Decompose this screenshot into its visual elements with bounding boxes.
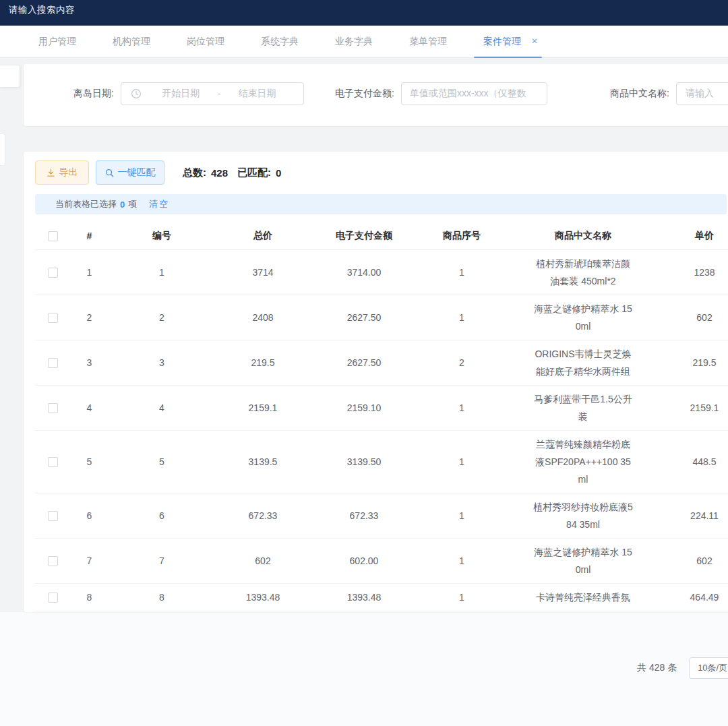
download-icon (47, 169, 55, 177)
row-total-price-cell: 2159.1 (216, 385, 310, 430)
tab-case-management[interactable]: 案件管理 ✕ (483, 36, 538, 48)
row-checkbox[interactable] (48, 556, 58, 566)
tab-business-dict[interactable]: 业务字典 (335, 36, 373, 48)
table-row: 3 3 219.5 2627.50 2 ORIGINS韦博士灵芝焕能好底子精华水… (35, 340, 728, 385)
table-header-row: # 编号 总价 电子支付金额 商品序号 商品中文名称 单价 (35, 222, 728, 249)
header-product-seq: 商品序号 (418, 222, 506, 249)
row-unit-price-cell: 464.49 (661, 583, 728, 611)
row-product-name-cell: 马爹利蓝带干邑1.5公升装 (506, 385, 661, 430)
row-checkbox[interactable] (48, 593, 58, 603)
filter-panel: 离岛日期: 开始日期 - 结束日期 电子支付金额: 单值或范围xxx-xxx（仅… (24, 64, 728, 126)
row-product-name-cell: 海蓝之谜修护精萃水 150ml (506, 538, 661, 583)
selection-prefix: 当前表格已选择 (55, 198, 117, 210)
clock-icon (131, 88, 142, 99)
row-total-price-cell: 3714 (216, 249, 310, 295)
row-product-seq-cell: 1 (418, 430, 506, 493)
row-code-cell: 6 (108, 493, 216, 538)
row-product-seq-cell: 2 (418, 340, 506, 385)
table-row: 6 6 672.33 672.33 1 植村秀羽纱持妆粉底液584 35ml 2… (35, 493, 728, 538)
pagination-bar: 共 428 条 10条/页 (637, 657, 728, 679)
header-total-price: 总价 (216, 222, 310, 249)
row-index-cell: 5 (71, 430, 108, 493)
row-total-price-cell: 3139.5 (216, 430, 310, 493)
header-index: # (71, 222, 108, 249)
tab-post-management[interactable]: 岗位管理 (187, 36, 224, 48)
filter-epay-amount: 电子支付金额: 单值或范围xxx-xxx（仅整数 (335, 82, 547, 105)
row-product-name-cell: 卡诗菁纯亮泽经典香氛 (506, 583, 661, 611)
row-checkbox[interactable] (48, 511, 58, 521)
row-select-cell (35, 538, 71, 583)
start-date-placeholder[interactable]: 开始日期 (144, 88, 218, 100)
tab-menu-management[interactable]: 菜单管理 (409, 36, 447, 48)
row-total-price-cell: 219.5 (216, 340, 310, 385)
row-index-cell: 2 (71, 295, 108, 340)
product-name-text: 植村秀新琥珀臻萃洁颜油套装 450ml*2 (532, 255, 634, 290)
selection-suffix: 项 (128, 198, 137, 210)
header-select-all (35, 222, 71, 249)
tab-case-management-label: 案件管理 (483, 36, 521, 47)
row-checkbox[interactable] (48, 358, 58, 368)
row-product-seq-cell: 1 (418, 583, 506, 611)
row-total-price-cell: 602 (216, 538, 310, 583)
search-icon (105, 169, 114, 177)
tab-system-dict[interactable]: 系统字典 (261, 36, 299, 48)
tab-org-management[interactable]: 机构管理 (113, 36, 150, 48)
row-index-cell: 1 (71, 249, 108, 295)
row-total-price-cell: 672.33 (216, 493, 310, 538)
clear-selection-link[interactable]: 清空 (149, 198, 169, 210)
row-select-cell (35, 430, 71, 493)
case-table-panel: 导出 一键匹配 总数: 428 已匹配: 0 当前表格已选择 0 项 清空 (24, 152, 728, 612)
end-date-placeholder[interactable]: 结束日期 (220, 88, 294, 100)
top-navbar: 请输入搜索内容 (0, 0, 728, 26)
row-unit-price-cell: 2159.1 (661, 385, 728, 430)
tab-user-management[interactable]: 用户管理 (38, 36, 76, 48)
export-button[interactable]: 导出 (35, 160, 89, 185)
filter-product-name: 商品中文名称: 请输入 (610, 82, 728, 105)
row-index-cell: 8 (71, 583, 108, 611)
page-size-value: 10条/页 (698, 662, 727, 674)
date-range-input[interactable]: 开始日期 - 结束日期 (121, 82, 304, 105)
global-search-input[interactable]: 请输入搜索内容 (9, 4, 75, 16)
row-checkbox[interactable] (48, 457, 58, 467)
row-epay-amount-cell: 672.33 (310, 493, 418, 538)
row-epay-amount-cell: 1393.48 (310, 583, 418, 611)
tab-close-icon[interactable]: ✕ (531, 36, 538, 46)
product-name-text: 马爹利蓝带干邑1.5公升装 (532, 390, 634, 425)
row-code-cell: 3 (108, 340, 216, 385)
row-product-name-cell: 植村秀新琥珀臻萃洁颜油套装 450ml*2 (506, 249, 661, 295)
row-code-cell: 4 (108, 385, 216, 430)
selection-count: 0 (120, 200, 125, 210)
row-checkbox[interactable] (48, 268, 58, 278)
tab-bar: 用户管理 机构管理 岗位管理 系统字典 业务字典 菜单管理 案件管理 ✕ (0, 26, 728, 58)
row-select-cell (35, 583, 71, 611)
row-index-cell: 6 (71, 493, 108, 538)
select-all-checkbox[interactable] (48, 231, 58, 241)
row-epay-amount-cell: 2627.50 (310, 340, 418, 385)
row-code-cell: 5 (108, 430, 216, 493)
product-name-text: ORIGINS韦博士灵芝焕能好底子精华水两件组 (532, 345, 634, 380)
row-unit-price-cell: 602 (661, 538, 728, 583)
epay-amount-placeholder: 单值或范围xxx-xxx（仅整数 (410, 88, 526, 100)
page-bottom-background (0, 612, 728, 726)
row-unit-price-cell: 448.5 (661, 430, 728, 493)
row-unit-price-cell: 219.5 (661, 340, 728, 385)
row-epay-amount-cell: 2159.10 (310, 385, 418, 430)
row-checkbox[interactable] (48, 313, 58, 323)
row-total-price-cell: 2408 (216, 295, 310, 340)
row-checkbox[interactable] (48, 403, 58, 413)
header-unit-price: 单价 (661, 222, 728, 249)
product-name-placeholder: 请输入 (686, 88, 714, 100)
selection-info-bar: 当前表格已选择 0 项 清空 (35, 194, 727, 214)
total-label: 总数: (183, 167, 206, 179)
product-name-text: 兰蔻菁纯臻颜精华粉底液SPF20PA+++100 35ml (532, 435, 634, 488)
row-product-seq-cell: 1 (418, 538, 506, 583)
product-name-input[interactable]: 请输入 (676, 82, 728, 105)
page-size-select[interactable]: 10条/页 (689, 657, 728, 679)
header-epay-amount: 电子支付金额 (310, 222, 418, 249)
one-click-match-button[interactable]: 一键匹配 (96, 160, 164, 185)
epay-amount-input[interactable]: 单值或范围xxx-xxx（仅整数 (401, 82, 547, 105)
row-code-cell: 2 (108, 295, 216, 340)
filter-depart-date: 离岛日期: 开始日期 - 结束日期 (73, 82, 304, 105)
row-unit-price-cell: 1238 (661, 249, 728, 295)
matched-value: 0 (276, 167, 281, 179)
